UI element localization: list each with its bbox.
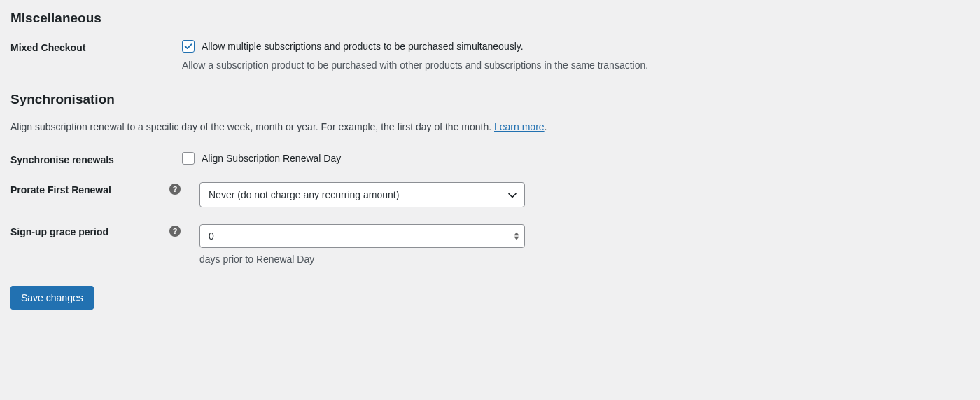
mixed-checkout-control: Allow multiple subscriptions and product… bbox=[182, 40, 969, 71]
prorate-first-renewal-label: Prorate First Renewal bbox=[10, 182, 111, 195]
signup-grace-period-row: Sign-up grace period ? days prior to Ren… bbox=[10, 224, 969, 265]
checkmark-icon bbox=[183, 41, 193, 51]
mixed-checkout-checkbox-label: Allow multiple subscriptions and product… bbox=[202, 41, 524, 52]
signup-grace-period-input[interactable] bbox=[200, 224, 525, 248]
mixed-checkout-checkbox-wrap: Allow multiple subscriptions and product… bbox=[182, 40, 969, 53]
prorate-label-wrap: Prorate First Renewal ? bbox=[10, 182, 200, 195]
mixed-checkout-help-text: Allow a subscription product to be purch… bbox=[182, 60, 969, 71]
mixed-checkout-label: Mixed Checkout bbox=[10, 40, 182, 53]
synchronise-renewals-checkbox-wrap: Align Subscription Renewal Day bbox=[182, 152, 969, 165]
prorate-first-renewal-row: Prorate First Renewal ? Never (do not ch… bbox=[10, 182, 969, 207]
synchronisation-heading: Synchronisation bbox=[10, 92, 969, 107]
synchronisation-section: Synchronisation Align subscription renew… bbox=[10, 92, 969, 265]
prorate-select-wrap: Never (do not charge any recurring amoun… bbox=[200, 182, 525, 207]
synchronisation-description: Align subscription renewal to a specific… bbox=[10, 121, 969, 132]
save-changes-button[interactable]: Save changes bbox=[10, 286, 94, 310]
help-icon[interactable]: ? bbox=[169, 226, 181, 237]
prorate-first-renewal-control: Never (do not charge any recurring amoun… bbox=[200, 182, 969, 207]
sync-desc-suffix: . bbox=[545, 121, 547, 132]
signup-grace-period-control: days prior to Renewal Day bbox=[200, 224, 969, 265]
signup-grace-period-suffix: days prior to Renewal Day bbox=[200, 254, 969, 265]
miscellaneous-heading: Miscellaneous bbox=[10, 11, 969, 26]
synchronise-renewals-checkbox[interactable] bbox=[182, 152, 195, 165]
synchronise-renewals-checkbox-label: Align Subscription Renewal Day bbox=[202, 153, 341, 164]
synchronise-renewals-control: Align Subscription Renewal Day bbox=[182, 152, 969, 165]
signup-label-wrap: Sign-up grace period ? bbox=[10, 224, 200, 237]
learn-more-link[interactable]: Learn more bbox=[494, 121, 545, 132]
mixed-checkout-checkbox[interactable] bbox=[182, 40, 195, 53]
signup-grace-period-label: Sign-up grace period bbox=[10, 224, 108, 237]
miscellaneous-section: Miscellaneous Mixed Checkout Allow multi… bbox=[10, 11, 969, 71]
mixed-checkout-row: Mixed Checkout Allow multiple subscripti… bbox=[10, 40, 969, 71]
sync-desc-text: Align subscription renewal to a specific… bbox=[10, 121, 494, 132]
prorate-first-renewal-select[interactable]: Never (do not charge any recurring amoun… bbox=[200, 182, 525, 207]
synchronise-renewals-row: Synchronise renewals Align Subscription … bbox=[10, 152, 969, 165]
signup-number-wrap bbox=[200, 224, 525, 248]
help-icon[interactable]: ? bbox=[169, 184, 181, 195]
synchronise-renewals-label: Synchronise renewals bbox=[10, 152, 182, 165]
